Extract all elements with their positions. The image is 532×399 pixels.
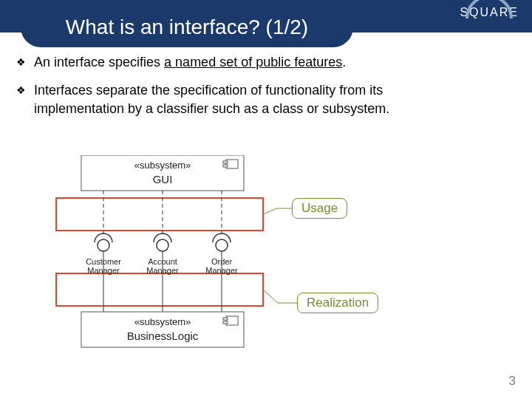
callout-tails (263, 208, 301, 303)
bullet-2-text: Interfaces separate the specification of… (34, 81, 448, 117)
bullet-1-text: An interface specifies a named set of pu… (34, 53, 346, 71)
svg-rect-16 (223, 318, 228, 320)
callout-realization: Realization (297, 293, 378, 313)
page-number: 3 (509, 374, 516, 389)
svg-rect-4 (223, 165, 228, 167)
subsystem-gui-name: GUI (153, 173, 173, 185)
uml-diagram: «subsystem» GUI (52, 155, 466, 362)
svg-rect-3 (223, 161, 228, 163)
callout-usage-text: Usage (301, 201, 338, 215)
svg-point-10 (216, 239, 228, 251)
callout-usage: Usage (292, 198, 347, 219)
brand-label-area: SQUARE (460, 6, 519, 19)
realization-lines (103, 251, 222, 312)
callout-realization-text: Realization (307, 296, 369, 310)
svg-point-9 (157, 239, 168, 251)
svg-point-8 (98, 239, 109, 251)
subsystem-gui-stereotype: «subsystem» (134, 160, 191, 171)
usage-highlight (56, 198, 263, 231)
subsystem-bl-stereotype: «subsystem» (134, 316, 191, 327)
slide-title-text: What is an interface? (1/2) (66, 16, 308, 39)
bullet-1-prefix: An interface specifies (34, 55, 164, 69)
realization-highlight (56, 273, 263, 306)
svg-rect-17 (223, 321, 228, 324)
slide-title: What is an interface? (1/2) (21, 7, 353, 47)
bullet-1: ❖ An interface specifies a named set of … (16, 53, 516, 71)
bullet-1-suffix: . (342, 55, 346, 69)
interface-balls (98, 239, 228, 251)
brand-arc-icon (463, 0, 515, 44)
bullet-icon: ❖ (16, 53, 34, 71)
interface-labels: CustomerManager AccountManager OrderMana… (86, 257, 238, 275)
content-area: ❖ An interface specifies a named set of … (16, 53, 516, 128)
subsystem-gui: «subsystem» GUI (81, 155, 244, 191)
uml-diagram-svg: «subsystem» GUI (52, 155, 466, 369)
subsystem-bl-name: BusinessLogic (127, 330, 199, 342)
bullet-icon: ❖ (16, 81, 34, 117)
bullet-1-emphasis: a named set of public features (164, 55, 342, 69)
bullet-2: ❖ Interfaces separate the specification … (16, 81, 516, 117)
subsystem-businesslogic: «subsystem» BusinessLogic (81, 312, 244, 347)
